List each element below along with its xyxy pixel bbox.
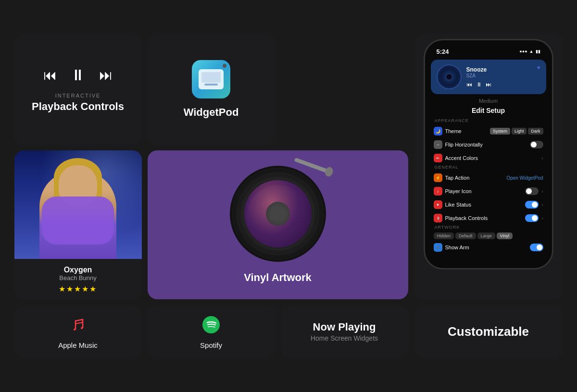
artwork-hidden-btn[interactable]: Hidden (434, 233, 454, 239)
artwork-vinyl-btn[interactable]: Vinyl (497, 233, 513, 239)
accent-chevron: › (541, 156, 543, 161)
widget-artist-name: SZA (466, 73, 532, 78)
general-section-label: GENERAL (429, 165, 548, 170)
show-arm-label: Show Arm (445, 245, 527, 250)
album-title: Oxygen (22, 266, 134, 274)
playback-controls-setting-label: Playback Controls (445, 215, 523, 221)
album-artist: Beach Bunny (22, 274, 134, 282)
apple-music-card: Apple Music (14, 305, 142, 358)
customizable-card: Customizable (414, 305, 563, 358)
artwork-buttons: Hidden Default Large Vinyl (429, 231, 548, 241)
like-status-chevron: › (541, 202, 543, 208)
edit-setup-title: Edit Setup (429, 107, 548, 114)
tap-action-value[interactable]: Open WidgetPod (506, 175, 543, 181)
theme-dark-btn[interactable]: Dark (528, 128, 543, 135)
appearance-section-label: APPEARANCE (429, 118, 548, 123)
widget-heart-icon[interactable]: ♥ (537, 64, 540, 71)
network-icon: ●●● (519, 49, 527, 54)
theme-icon: 🌙 (434, 127, 442, 135)
flip-icon: ↔ (434, 140, 442, 149)
widget-vinyl-disc (437, 64, 462, 89)
theme-buttons: System Light Dark (490, 128, 543, 135)
forward-button[interactable]: ⏭ (99, 67, 113, 83)
artwork-default-btn[interactable]: Default (455, 233, 476, 239)
tap-action-row: ⚡ Tap Action Open WidgetPod (429, 171, 548, 184)
spotify-icon (201, 314, 222, 337)
tap-action-label: Tap Action (445, 175, 504, 181)
album-info: Oxygen Beach Bunny ★★★★★ (14, 259, 142, 299)
playback-controls-icon: ⏸ (434, 214, 442, 222)
wifi-icon: ▲ (529, 49, 534, 54)
widget-rewind-icon[interactable]: ⏮ (466, 81, 472, 88)
widget-forward-icon[interactable]: ⏭ (486, 81, 491, 88)
widget-song-title: Snooze (466, 66, 532, 73)
interactive-label: INTERACTIVE (55, 93, 101, 98)
playback-controls-card: ⏮ ⏸ ⏭ INTERACTIVE Playback Controls (14, 34, 142, 145)
phone-status-bar: 5:24 ●●● ▲ ▮▮ (429, 46, 548, 57)
status-icons: ●●● ▲ ▮▮ (519, 49, 540, 54)
now-playing-title: Now Playing (313, 321, 376, 333)
theme-light-btn[interactable]: Light (512, 128, 527, 135)
album-art-card: Oxygen Beach Bunny ★★★★★ (14, 150, 142, 299)
main-grid: ⏮ ⏸ ⏭ INTERACTIVE Playback Controls Widg… (6, 25, 572, 367)
player-icon-toggle[interactable] (525, 187, 539, 195)
accent-label: Accent Colors (445, 155, 539, 161)
tonearm (294, 158, 331, 174)
flip-row: ↔ Flip Horizontally (429, 138, 548, 151)
like-status-icon: ♥ (434, 200, 442, 209)
artwork-section-label: ARTWORK (429, 225, 548, 230)
spotify-label: Spotify (200, 341, 222, 349)
flip-label: Flip Horizontally (445, 142, 527, 147)
accent-icon: ✏ (434, 154, 442, 162)
show-arm-toggle[interactable] (530, 244, 543, 251)
playback-buttons: ⏮ ⏸ ⏭ (43, 66, 113, 84)
tap-action-icon: ⚡ (434, 173, 442, 182)
player-icon-chevron: › (541, 189, 543, 194)
widgetpod-icon-inner (199, 69, 224, 89)
artwork-large-btn[interactable]: Large (477, 233, 495, 239)
widgetpod-card: WidgetPod (148, 34, 275, 145)
apple-music-label: Apple Music (58, 341, 98, 349)
like-status-label: Like Status (445, 202, 523, 208)
accent-row: ✏ Accent Colors › (429, 151, 548, 165)
like-status-row: ♥ Like Status › (429, 198, 548, 211)
player-icon-label: Player Icon (445, 188, 523, 194)
vinyl-artwork-card: Vinyl Artwork (148, 150, 408, 299)
now-playing-subtitle: Home Screen Widgets (311, 334, 378, 342)
album-stars: ★★★★★ (22, 284, 134, 294)
flip-toggle[interactable] (530, 141, 543, 148)
show-arm-icon: 🎵 (434, 243, 442, 252)
widget-pause-icon[interactable]: ⏸ (476, 81, 482, 88)
player-icon-row: ♪ Player Icon › (429, 184, 548, 198)
customizable-label: Customizable (448, 324, 529, 339)
vinyl-disc (230, 166, 326, 262)
rewind-button[interactable]: ⏮ (43, 67, 57, 83)
playback-controls-row: ⏸ Playback Controls › (429, 211, 548, 225)
playback-controls-toggle[interactable] (525, 214, 539, 222)
like-status-toggle[interactable] (525, 201, 539, 208)
theme-row: 🌙 Theme System Light Dark (429, 124, 548, 138)
apple-music-icon (67, 314, 88, 337)
widget-track-info: Snooze SZA ⏮ ⏸ ⏭ (466, 66, 532, 88)
player-icon-setting-icon: ♪ (434, 187, 442, 196)
figure-hands (42, 196, 114, 245)
widget-size-label: Medium (429, 98, 548, 104)
now-playing-card: Now Playing Home Screen Widgets (281, 305, 408, 358)
phone-time: 5:24 (437, 48, 449, 55)
widgetpod-label: WidgetPod (184, 106, 239, 119)
theme-system-btn[interactable]: System (490, 128, 510, 135)
widgetpod-dot (223, 64, 226, 68)
playback-controls-chevron: › (541, 216, 543, 221)
pause-button[interactable]: ⏸ (70, 66, 86, 84)
spotify-card: Spotify (148, 305, 275, 358)
music-widget: Snooze SZA ⏮ ⏸ ⏭ ♥ (431, 60, 546, 94)
widget-playback-controls: ⏮ ⏸ ⏭ (466, 81, 532, 88)
widgetpod-icon (192, 60, 230, 98)
theme-label: Theme (445, 128, 487, 134)
album-artwork (14, 150, 142, 259)
phone-mockup-card: 5:24 ●●● ▲ ▮▮ Snooze SZA ⏮ ⏸ ⏭ (414, 34, 563, 299)
svg-point-0 (202, 316, 220, 333)
show-arm-row: 🎵 Show Arm (429, 241, 548, 254)
phone-mockup: 5:24 ●●● ▲ ▮▮ Snooze SZA ⏮ ⏸ ⏭ (424, 39, 553, 270)
vinyl-center-hole (266, 202, 290, 226)
